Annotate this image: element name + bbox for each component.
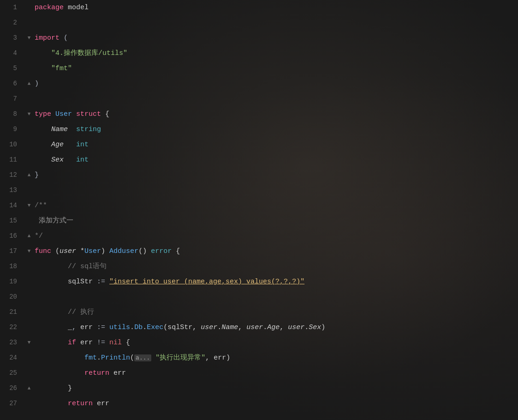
code-line: 12▲} <box>0 168 518 183</box>
line-content: 添加方式一 <box>33 213 73 228</box>
fold-icon[interactable]: ▲ <box>25 381 33 396</box>
code-line: 15 添加方式一 <box>0 213 518 228</box>
line-content: func (user *User) Adduser() error { <box>33 244 180 259</box>
code-line: 9 Name string <box>0 122 518 137</box>
line-number: 5 <box>0 61 25 76</box>
line-number: 25 <box>0 366 25 381</box>
line-number: 14 <box>0 198 25 213</box>
fold-icon[interactable]: ▲ <box>25 76 33 91</box>
line-number: 23 <box>0 335 25 350</box>
line-number: 13 <box>0 183 25 198</box>
fold-icon[interactable]: ▼ <box>25 107 33 122</box>
line-content: // sql语句 <box>33 259 107 274</box>
line-number: 17 <box>0 244 25 259</box>
code-line: 24 fmt.Println(a... "执行出现异常", err) <box>0 350 518 366</box>
code-line: 4 "4.操作数据库/utils" <box>0 46 518 61</box>
line-number: 22 <box>0 320 25 335</box>
fold-icon[interactable]: ▲ <box>25 168 33 183</box>
line-number: 26 <box>0 381 25 396</box>
line-number: 9 <box>0 122 25 137</box>
line-number: 6 <box>0 76 25 91</box>
line-content: return err <box>33 366 126 381</box>
line-number: 4 <box>0 46 25 61</box>
code-line: 16▲*/ <box>0 228 518 244</box>
fold-icon[interactable]: ▼ <box>25 244 33 259</box>
line-number: 12 <box>0 168 25 183</box>
line-content: _, err := utils.Db.Exec(sqlStr, user.Nam… <box>33 320 325 335</box>
line-content: if err != nil { <box>33 335 130 350</box>
line-content: type User struct { <box>33 107 109 122</box>
line-number: 18 <box>0 259 25 274</box>
code-line: 21 // 执行 <box>0 305 518 320</box>
line-content: return err <box>33 396 109 411</box>
line-number: 8 <box>0 107 25 122</box>
line-number: 2 <box>0 15 25 30</box>
code-line: 5 "fmt" <box>0 61 518 76</box>
line-number: 21 <box>0 305 25 320</box>
line-content: /** <box>33 198 47 213</box>
code-line: 27 return err <box>0 396 518 411</box>
code-line: 8▼type User struct { <box>0 107 518 122</box>
line-content: } <box>33 381 72 396</box>
line-content: "fmt" <box>33 61 72 76</box>
line-content: package model <box>33 0 89 15</box>
fold-icon[interactable]: ▼ <box>25 30 33 46</box>
line-content: Name string <box>33 122 101 137</box>
code-line: 2 <box>0 15 518 30</box>
code-line: 7 <box>0 91 518 107</box>
code-line: 10 Age int <box>0 137 518 152</box>
code-line: 14▼/** <box>0 198 518 213</box>
line-number: 11 <box>0 152 25 168</box>
line-number: 24 <box>0 350 25 366</box>
code-line: 25 return err <box>0 366 518 381</box>
fold-icon[interactable]: ▼ <box>25 198 33 213</box>
line-content: Sex int <box>33 152 89 168</box>
code-line: 1package model <box>0 0 518 15</box>
line-content: // 执行 <box>33 305 94 320</box>
code-line: 17▼func (user *User) Adduser() error { <box>0 244 518 259</box>
line-content: */ <box>33 228 43 244</box>
code-line: 26▲ } <box>0 381 518 396</box>
line-content: Age int <box>33 137 89 152</box>
code-line: 18 // sql语句 <box>0 259 518 274</box>
line-content: import ( <box>33 30 68 46</box>
code-line: 22 _, err := utils.Db.Exec(sqlStr, user.… <box>0 320 518 335</box>
line-content: fmt.Println(a... "执行出现异常", err) <box>33 350 230 366</box>
code-line: 19 sqlStr := "insert into user (name,age… <box>0 274 518 289</box>
line-number: 10 <box>0 137 25 152</box>
code-line: 13 <box>0 183 518 198</box>
code-line: 11 Sex int <box>0 152 518 168</box>
line-number: 27 <box>0 396 25 411</box>
line-number: 16 <box>0 228 25 244</box>
line-number: 7 <box>0 91 25 107</box>
fold-icon[interactable]: ▼ <box>25 335 33 350</box>
line-content: } <box>33 168 39 183</box>
line-number: 3 <box>0 30 25 46</box>
fold-icon[interactable]: ▲ <box>25 228 33 244</box>
code-line: 23▼ if err != nil { <box>0 335 518 350</box>
line-number: 19 <box>0 274 25 289</box>
line-content: ) <box>33 76 39 91</box>
code-line: 6▲) <box>0 76 518 91</box>
line-number: 1 <box>0 0 25 15</box>
code-line: 20 <box>0 289 518 305</box>
code-editor: 1package model23▼import (4 "4.操作数据库/util… <box>0 0 518 420</box>
line-number: 20 <box>0 289 25 305</box>
line-content: sqlStr := "insert into user (name,age,se… <box>33 274 304 289</box>
code-line: 3▼import ( <box>0 30 518 46</box>
line-content: "4.操作数据库/utils" <box>33 46 127 61</box>
line-number: 15 <box>0 213 25 228</box>
